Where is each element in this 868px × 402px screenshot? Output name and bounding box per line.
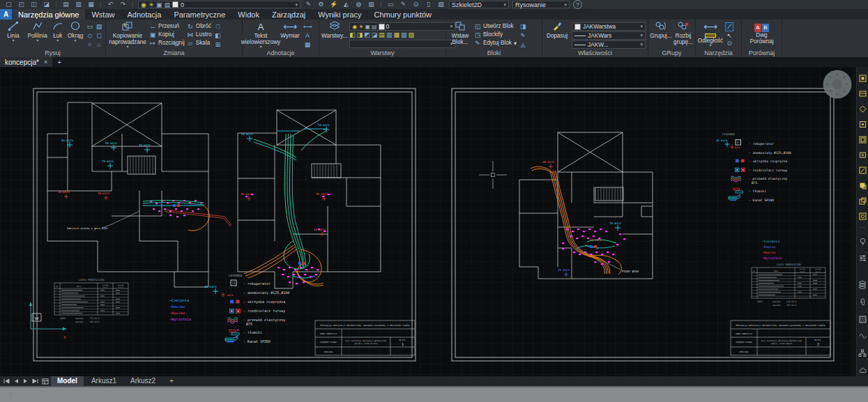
disc-tool-icon[interactable]: ◍ [354,0,363,9]
last-layout-icon[interactable] [31,378,40,385]
hatch-tool-icon[interactable]: ▧ [367,0,376,9]
tab-parametryczne[interactable]: Parametryczne [167,9,231,20]
group-button[interactable]: Grupuj... [650,21,671,39]
search-icon[interactable]: ⊙ [411,0,420,9]
command-grip-icon[interactable]: ⋮ [8,391,868,398]
new-layout-button[interactable]: + [163,376,180,386]
attribute-icon[interactable]: ◨ [519,22,527,31]
zoom-icon[interactable]: ⊙ [725,40,733,47]
edit-attribute-icon[interactable]: ✎ [519,31,527,40]
arc-button[interactable]: Łuk ▾ [51,21,66,42]
tab-arkusz1[interactable]: Arkusz1 [85,376,123,386]
lightbulb-icon[interactable] [859,238,867,247]
layout-list-icon[interactable] [41,378,50,385]
model-canvas[interactable]: 50 m3/h 50 m3/h 70 m3/h 70 m3/h 30 m3/h … [0,67,852,376]
ellipse-icon[interactable]: ○ [86,40,94,49]
layer-merge-icon[interactable] [859,212,867,220]
triangle-tool-icon[interactable]: ◭ [342,0,351,9]
dwg-compare-button[interactable]: A B Dwg Porównaj [747,21,777,45]
open-file-icon[interactable]: ◰ [17,0,26,9]
panel-title-porownaj[interactable]: Porównaj [742,49,782,57]
pencil-icon[interactable]: ✎ [399,0,408,9]
panel-title-wlasciwosci[interactable]: Właściwości [542,49,648,57]
toolbar-grip[interactable]: ⋯ [860,226,866,230]
wave-icon[interactable] [859,332,867,340]
rotate-button[interactable]: ↻Obróć [187,22,212,30]
layer-state-dropdown[interactable]: ▾ [349,40,455,48]
tab-narzedzia-glowne[interactable]: Narzędzia główne [12,9,85,20]
panel-title-warstwy[interactable]: Warstwy [319,49,446,57]
distance-button[interactable]: ⟷ Odległość ▾ [698,21,723,47]
sliders-icon[interactable] [859,254,867,262]
layer-tool-icon-1[interactable]: ◧ [349,31,356,39]
array-icon[interactable]: ⊞ [214,40,222,49]
publish-icon[interactable]: ▦ [86,0,96,9]
line-button[interactable]: Linia ▾ [2,21,24,42]
layer-copy-icon[interactable] [859,197,867,205]
layer-lock-icon[interactable] [859,151,867,159]
layer-tool-icon-8[interactable]: ▧ [401,31,407,39]
monitor-icon[interactable]: ▭ [386,0,395,9]
save-icon[interactable]: ◫ [29,0,38,9]
layer-tool-icon-4[interactable]: ◪ [372,31,378,39]
layer-tool-icon-9[interactable]: ▨ [408,31,414,39]
layer-current-icon[interactable] [859,182,867,190]
first-layout-icon[interactable] [2,378,10,385]
app-logo[interactable]: A [0,9,12,20]
new-file-icon[interactable]: ▢ [4,0,13,9]
tab-wstaw[interactable]: Wstaw [85,9,121,20]
stretch-button[interactable]: ↦Rozciągnij [149,39,185,47]
bolt-icon[interactable]: ⚡ [329,0,338,9]
ungroup-button[interactable]: Rozbij grupę... [673,21,693,45]
tab-zarzadzaj[interactable]: Zarządzaj [266,9,312,20]
tab-chmury-punktow[interactable]: Chmury punktów [367,9,438,20]
polygon-icon[interactable]: ◇ [86,31,94,40]
layer-walk-icon[interactable] [859,75,867,82]
prev-layout-icon[interactable] [12,378,20,385]
layers-palette-icon[interactable] [858,280,867,289]
cloud-icon[interactable] [858,366,867,373]
scale-button[interactable]: ▱Skala [187,39,212,47]
linetype-dropdown[interactable]: JAKW... ▾ [572,40,646,49]
file-tab-koncepcja[interactable]: koncepcja* × [0,57,52,67]
trim-icon[interactable]: □ [214,22,222,31]
region-icon[interactable]: ◻ [95,31,103,40]
layer-tool-icon-2[interactable]: ◨ [357,31,363,39]
layer-off-icon[interactable] [859,136,867,144]
tab-arkusz2[interactable]: Arkusz2 [124,376,162,386]
blockify-button[interactable]: ◳Blockify [474,31,517,38]
panel-title-zmiana[interactable]: Zmiana [106,49,242,57]
cursor-icon[interactable]: ↖ [725,32,733,39]
ribbon-layer-dropdown[interactable]: ◉ ☀ ▣ ▤ 0 ▾ [349,22,455,31]
next-layout-icon[interactable] [22,378,30,385]
shape-icon[interactable]: ⌂ [95,40,103,49]
panel-title-rysuj[interactable]: Rysuj [0,49,105,57]
fillet-icon[interactable]: ◧ [214,31,222,40]
guided-copy-button[interactable]: Kopiowanie naprowadzane ▾ [108,21,147,49]
image-icon[interactable]: ▨ [436,0,446,9]
layer-properties-button[interactable]: Warstwy... [321,21,347,39]
hierarchy-icon[interactable] [858,349,867,357]
layer-tool-icon-7[interactable]: ▦ [393,31,399,39]
create-block-button[interactable]: ◱Utwórz Blok [474,22,517,30]
lineweight-dropdown[interactable]: JAKWars ▾ [572,31,646,40]
layer-tool-icon-6[interactable]: ▥ [386,31,393,39]
layer-tool-icon-3[interactable]: ◩ [364,31,370,39]
leader-icon[interactable]: ⟷ [303,22,312,31]
circle-button[interactable]: Okrąg ▾ [67,21,84,42]
new-drawing-tab-button[interactable]: + [52,57,66,67]
command-window-area[interactable]: ⋮ [0,386,868,402]
edit-block-button[interactable]: ✎Edytuj Blok▾ [474,39,517,47]
measure-tool-icon[interactable]: ⟋ [725,22,733,31]
mtext-button[interactable]: A Tekst wielowierszowy ▾ [245,21,277,49]
dimension-button[interactable]: ⟷ Wymiar [279,21,301,39]
layer-dropdown[interactable]: ◉ ☀ ▣ ▤ 0 ▾ [138,1,300,8]
layer-isolate-icon[interactable] [859,105,867,113]
plot-icon[interactable]: ▤ [61,0,70,9]
tab-adnotacja[interactable]: Adnotacja [121,9,167,20]
help-icon[interactable]: ? [573,0,582,9]
hatch-icon[interactable]: ▧ [95,22,103,31]
insert-block-button[interactable]: Wstaw Blok... [448,21,472,45]
hatch-palette-icon[interactable] [859,316,867,323]
save-as-icon[interactable]: ◪ [42,0,51,9]
